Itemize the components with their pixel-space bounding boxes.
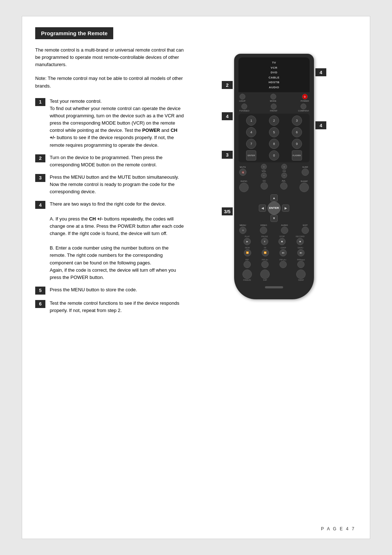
skip-fwd-button[interactable]: ⏭ bbox=[297, 249, 305, 256]
step-5-text: Press the MENU button to store the code. bbox=[50, 286, 137, 293]
num-6-button[interactable]: 6 bbox=[292, 127, 302, 137]
pip-button[interactable] bbox=[244, 261, 251, 268]
ir-emitter bbox=[265, 286, 283, 288]
pause-button[interactable]: ⏸ bbox=[261, 238, 268, 245]
sleep-button[interactable] bbox=[299, 183, 309, 192]
mode-button[interactable] bbox=[270, 94, 276, 100]
sap-button[interactable] bbox=[260, 270, 270, 279]
ratio-button[interactable] bbox=[239, 183, 249, 192]
left-labels: 2 4 3 3/5 bbox=[222, 50, 233, 217]
step-6-number: 6 bbox=[35, 300, 45, 308]
pause-label: PAUSE bbox=[261, 235, 268, 238]
intro-paragraph2: Note: The remote control may not be able… bbox=[35, 75, 184, 89]
mode-label: MODE bbox=[270, 100, 277, 102]
exit-button[interactable] bbox=[302, 227, 309, 234]
ir-section bbox=[238, 286, 310, 288]
avl-button[interactable] bbox=[280, 182, 287, 190]
pip-input-label: PIPInput bbox=[297, 259, 305, 261]
pip-input-btn-group: PIPInput bbox=[293, 259, 310, 268]
pip-ch-minus-button[interactable] bbox=[261, 261, 269, 268]
freeze-button[interactable] bbox=[242, 270, 252, 279]
dpad-top-row: ▲ bbox=[263, 194, 285, 202]
rew-button[interactable]: ⏪ bbox=[244, 249, 251, 256]
page-number: P A G E 4 7 bbox=[321, 526, 355, 531]
menu-button[interactable]: ⊙ bbox=[239, 227, 246, 234]
stop-button[interactable]: ⏹ bbox=[278, 238, 286, 245]
avl-label: AVL bbox=[282, 180, 286, 182]
pip-input-button[interactable] bbox=[297, 261, 305, 268]
light-button[interactable] bbox=[240, 94, 245, 100]
video-button[interactable] bbox=[260, 227, 267, 234]
record-button[interactable]: ⏺ bbox=[297, 238, 304, 245]
num-1-button[interactable]: 1 bbox=[246, 116, 256, 126]
vol-label: VOL bbox=[262, 170, 266, 172]
play-button[interactable]: ▶ bbox=[244, 238, 251, 245]
cc-button[interactable] bbox=[261, 182, 268, 190]
ch-down-button[interactable]: − bbox=[281, 173, 287, 178]
num-3-button[interactable]: 3 bbox=[292, 116, 302, 126]
step-1-text: Test your remote control. To find out wh… bbox=[50, 98, 184, 149]
label-3-left: 3 bbox=[222, 151, 233, 159]
step-2: 2 Turn on the device to be programmed. T… bbox=[35, 154, 184, 169]
vol-up-button[interactable]: + bbox=[261, 164, 267, 170]
surf-label: SURF bbox=[302, 166, 308, 168]
step-3-number: 3 bbox=[35, 174, 45, 182]
flashbk-button[interactable]: FLASHBK bbox=[292, 150, 302, 161]
transport-row: PLAY ▶ PAUSE ⏸ STOP ⏹ RECORD bbox=[238, 235, 310, 245]
step-3: 3 Press the MENU button and the MUTE but… bbox=[35, 174, 184, 195]
label-2-left: 2 bbox=[222, 81, 233, 89]
pip-ch-plus-button[interactable] bbox=[279, 261, 287, 268]
exit-label: EXIT bbox=[303, 224, 307, 226]
ff-button[interactable]: ⏩ bbox=[262, 249, 269, 256]
mute-button[interactable]: 🔇 bbox=[239, 169, 246, 176]
label-4-right-top: 4 bbox=[315, 68, 326, 76]
transport-row-2: REW ⏪ FF ⏩ ◁SKIP ⏮ SKIP▷ bbox=[238, 247, 310, 256]
menu-row: MENU ⊙ VIDEO AUDIO EXIT bbox=[238, 224, 310, 234]
skip-back-label: ◁SKIP bbox=[280, 247, 286, 249]
comp-dvi-label: COMP/DVI bbox=[298, 110, 309, 112]
ratio-label: RATIO bbox=[241, 180, 247, 182]
skip-fwd-label: SKIP▷ bbox=[298, 247, 304, 249]
front-button[interactable] bbox=[271, 104, 277, 109]
front-label: FRONT bbox=[270, 110, 278, 112]
skip-back-button[interactable]: ⏮ bbox=[279, 249, 287, 256]
surf-button[interactable] bbox=[302, 169, 309, 176]
num-2-button[interactable]: 2 bbox=[269, 116, 279, 126]
tv-video-button[interactable] bbox=[241, 104, 247, 109]
num-4-button[interactable]: 4 bbox=[246, 127, 256, 137]
power-button[interactable]: ⏻ bbox=[302, 94, 308, 100]
ch-label: CH bbox=[283, 170, 286, 172]
num-5-button[interactable]: 5 bbox=[269, 127, 279, 137]
pip-ch-minus-btn-group: PIP ch- bbox=[257, 259, 274, 268]
empty-btn-group bbox=[274, 270, 292, 281]
comp-dvi-button[interactable] bbox=[301, 104, 306, 109]
dpad-right[interactable]: ▶ bbox=[282, 204, 289, 212]
stop-btn-group: STOP ⏹ bbox=[278, 235, 286, 245]
num-0-button[interactable]: 0 bbox=[269, 150, 279, 161]
step-2-number: 2 bbox=[35, 154, 45, 162]
dpad-bottom-row: ▼ bbox=[263, 215, 285, 222]
vol-down-button[interactable]: − bbox=[261, 173, 267, 178]
dpad: ▲ ◀ ENTER ▶ ▼ bbox=[238, 194, 310, 222]
step-1-number: 1 bbox=[35, 98, 45, 106]
power-label: POWER bbox=[301, 100, 309, 102]
play-label: PLAY bbox=[245, 235, 250, 238]
ch-up-button[interactable]: + bbox=[281, 164, 287, 170]
enter-button[interactable]: ENTER bbox=[246, 150, 256, 161]
swap-button[interactable] bbox=[296, 270, 306, 279]
dpad-left[interactable]: ◀ bbox=[259, 204, 266, 212]
pip-section: PIP PIP ch- PIP ch+ bbox=[238, 259, 310, 281]
remote-top-row: LIGHT MODE ⏻ POWER bbox=[238, 94, 310, 102]
left-column: The remote control is a multi-brand or u… bbox=[35, 46, 191, 319]
dpad-up[interactable]: ▲ bbox=[270, 194, 278, 202]
num-7-button[interactable]: 7 bbox=[246, 139, 256, 149]
num-8-button[interactable]: 8 bbox=[269, 139, 279, 149]
audio-button[interactable] bbox=[281, 227, 288, 234]
skip-fwd-btn-group: SKIP▷ ⏭ bbox=[297, 247, 305, 256]
dpad-enter[interactable]: ENTER bbox=[268, 202, 281, 215]
cc-label: CC bbox=[263, 180, 266, 182]
num-9-button[interactable]: 9 bbox=[292, 139, 302, 149]
dpad-down[interactable]: ▼ bbox=[270, 215, 278, 222]
step-5: 5 Press the MENU button to store the cod… bbox=[35, 286, 184, 295]
freeze-btn-group: FREEZE bbox=[238, 270, 256, 281]
